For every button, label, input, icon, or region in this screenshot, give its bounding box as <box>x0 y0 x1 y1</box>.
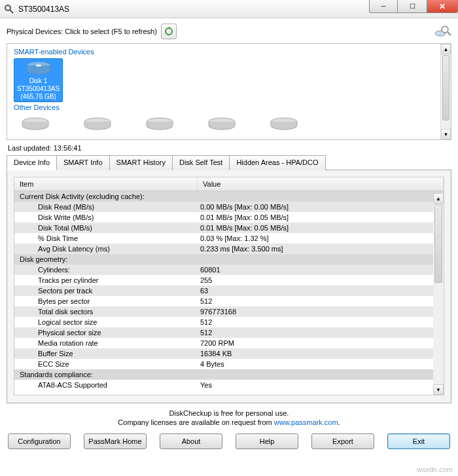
footer-line2a: Company licenses are available on reques… <box>118 418 273 426</box>
tab-device-info[interactable]: Device Info <box>7 155 57 170</box>
row-item: Total disk sectors <box>14 308 198 316</box>
svg-line-6 <box>448 32 451 35</box>
row-item: ECC Size <box>14 360 198 368</box>
minimize-button[interactable]: ─ <box>369 0 398 13</box>
row-value: 512 <box>198 297 444 305</box>
table-row[interactable]: Disk Read (MB/s)0.00 MB/s [Max: 0.00 MB/… <box>14 202 444 212</box>
table-row[interactable]: Disk Write (MB/s)0.01 MB/s [Max: 0.05 MB… <box>14 212 444 223</box>
row-value: 0.00 MB/s [Max: 0.00 MB/s] <box>198 203 444 211</box>
row-value: 976773168 <box>198 308 444 316</box>
row-value: 0.233 ms [Max: 3.500 ms] <box>198 245 444 253</box>
table-row[interactable]: Avg Disk Latency (ms)0.233 ms [Max: 3.50… <box>14 244 444 254</box>
row-value: 512 <box>198 318 444 326</box>
scroll-thumb[interactable] <box>442 55 449 120</box>
table-row[interactable]: % Disk Time0.03 % [Max: 1.32 %] <box>14 233 444 244</box>
tab-hidden-areas[interactable]: Hidden Areas - HPA/DCO <box>229 155 325 170</box>
about-button[interactable]: About <box>160 433 222 449</box>
svg-point-5 <box>442 26 448 33</box>
row-item: % Disk Time <box>14 234 198 242</box>
scroll-up-icon[interactable]: ▲ <box>433 193 444 204</box>
smart-section-title: SMART-enabled Devices <box>14 48 447 56</box>
table-row[interactable]: Standards compliance: <box>14 369 444 380</box>
row-item: ATA8-ACS Supported <box>14 381 198 389</box>
row-item: Buffer Size <box>14 350 198 357</box>
window-title: ST3500413AS <box>18 5 369 14</box>
refresh-button[interactable] <box>161 24 177 39</box>
device-info-table: Item Value Current Disk Activity (exclud… <box>14 177 444 395</box>
table-row[interactable]: ATA8-ACS SupportedYes <box>14 380 444 390</box>
disk-icon[interactable] <box>19 117 52 131</box>
row-value: 4 Bytes <box>198 360 444 368</box>
row-value: 60801 <box>198 266 444 274</box>
help-button[interactable]: Help <box>236 433 298 449</box>
disk-model: ST3500413AS <box>17 85 60 93</box>
svg-line-1 <box>10 10 13 13</box>
table-row[interactable]: Disk Total (MB/s)0.01 MB/s [Max: 0.05 MB… <box>14 223 444 233</box>
row-item: Logical sector size <box>14 318 198 326</box>
table-header[interactable]: Item Value <box>14 177 444 191</box>
row-item: Physical sector size <box>14 329 198 337</box>
button-row: Configuration PassMark Home About Help E… <box>7 433 451 449</box>
last-updated-label: Last updated: 13:56:41 <box>8 144 451 152</box>
svg-point-8 <box>36 65 41 67</box>
exit-button[interactable]: Exit <box>387 433 450 449</box>
table-row[interactable]: Disk geometry: <box>14 254 444 265</box>
table-row[interactable]: Current Disk Activity (excluding cache): <box>14 191 444 202</box>
table-row[interactable]: Logical sector size512 <box>14 317 444 327</box>
row-value: 16384 KB <box>198 350 444 357</box>
row-value: 0.03 % [Max: 1.32 %] <box>198 234 444 242</box>
scroll-down-icon[interactable]: ▼ <box>441 129 451 139</box>
tab-smart-history[interactable]: SMART History <box>109 155 173 170</box>
row-item: Standards compliance: <box>14 371 198 378</box>
table-row[interactable]: Media rotation rate7200 RPM <box>14 338 444 348</box>
row-item: Tracks per cylinder <box>14 276 198 284</box>
other-section-title: Other Devices <box>14 103 447 111</box>
table-row[interactable]: Cylinders:60801 <box>14 265 444 275</box>
disk-icon[interactable] <box>81 117 114 131</box>
disk-item-selected[interactable]: Disk 1 ST3500413AS (465.76 GB) <box>14 58 63 102</box>
tab-disk-self-test[interactable]: Disk Self Test <box>172 155 230 170</box>
search-drives-icon[interactable] <box>434 25 451 38</box>
row-item: Current Disk Activity (excluding cache): <box>14 192 198 200</box>
disk-icon <box>25 60 52 76</box>
disk-icon[interactable] <box>268 117 300 131</box>
row-item: Avg Disk Latency (ms) <box>14 245 198 253</box>
devices-panel: SMART-enabled Devices Disk 1 ST3500413AS… <box>7 43 451 140</box>
row-value: 512 <box>198 329 444 337</box>
footer-text: DiskCheckup is free for personal use. Co… <box>7 409 451 427</box>
tab-smart-info[interactable]: SMART Info <box>56 155 110 170</box>
row-value: 0.01 MB/s [Max: 0.05 MB/s] <box>198 213 444 221</box>
disk-icon[interactable] <box>143 117 176 131</box>
row-item: Bytes per sector <box>14 297 198 305</box>
table-row[interactable]: Sectors per track63 <box>14 285 444 296</box>
row-value: 7200 RPM <box>198 339 444 347</box>
passmark-home-button[interactable]: PassMark Home <box>84 433 147 449</box>
header-value[interactable]: Value <box>198 177 444 191</box>
table-scrollbar[interactable]: ▲ ▼ <box>433 193 444 395</box>
table-row[interactable]: Total disk sectors976773168 <box>14 306 444 317</box>
row-item: Disk geometry: <box>14 255 198 263</box>
app-icon <box>4 4 14 14</box>
close-button[interactable]: ✕ <box>427 0 458 13</box>
scroll-thumb[interactable] <box>434 204 442 283</box>
maximize-button[interactable]: ☐ <box>398 0 427 13</box>
configuration-button[interactable]: Configuration <box>8 433 71 449</box>
table-row[interactable]: ECC Size4 Bytes <box>14 359 444 369</box>
table-row[interactable]: Buffer Size16384 KB <box>14 348 444 359</box>
scroll-down-icon[interactable]: ▼ <box>433 384 444 395</box>
table-row[interactable]: Physical sector size512 <box>14 327 444 338</box>
table-row[interactable]: Bytes per sector512 <box>14 296 444 306</box>
refresh-icon <box>164 26 174 37</box>
footer-link[interactable]: www.passmark.com <box>274 418 338 426</box>
header-item[interactable]: Item <box>14 177 198 191</box>
table-row[interactable]: Tracks per cylinder255 <box>14 275 444 285</box>
svg-point-2 <box>166 28 172 35</box>
row-item: Disk Read (MB/s) <box>14 203 198 211</box>
row-item: Disk Write (MB/s) <box>14 213 198 221</box>
devices-scrollbar[interactable]: ▲ ▼ <box>440 44 451 139</box>
footer-line2b: . <box>338 418 340 426</box>
disk-icon[interactable] <box>205 117 238 131</box>
disk-size: (465.76 GB) <box>17 93 60 100</box>
export-button[interactable]: Export <box>311 433 374 449</box>
scroll-up-icon[interactable]: ▲ <box>441 44 451 54</box>
